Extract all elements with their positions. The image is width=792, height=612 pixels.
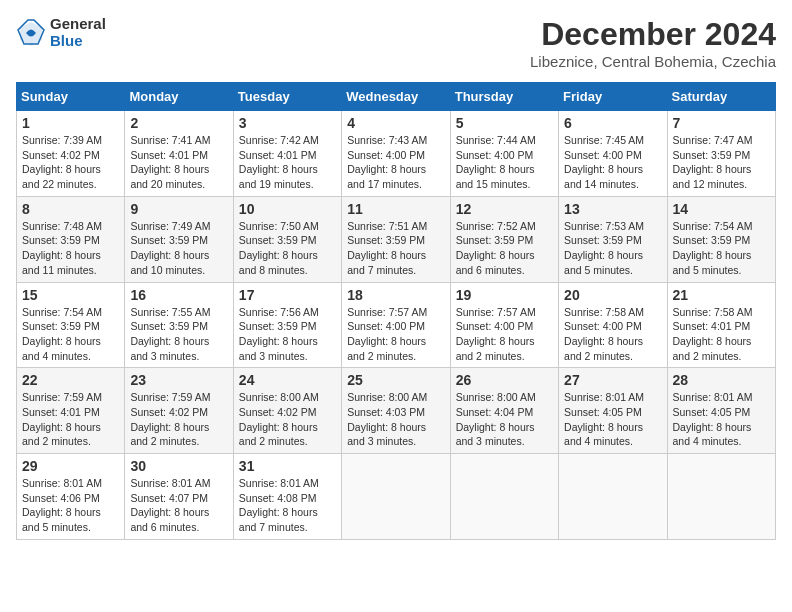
calendar-cell: 13Sunrise: 7:53 AMSunset: 3:59 PMDayligh…: [559, 196, 667, 282]
day-info: Sunrise: 8:01 AMSunset: 4:08 PMDaylight:…: [239, 476, 336, 535]
calendar-cell: [450, 454, 558, 540]
day-info: Sunrise: 7:52 AMSunset: 3:59 PMDaylight:…: [456, 219, 553, 278]
calendar-cell: 18Sunrise: 7:57 AMSunset: 4:00 PMDayligh…: [342, 282, 450, 368]
logo: General Blue: [16, 16, 106, 49]
calendar-cell: 16Sunrise: 7:55 AMSunset: 3:59 PMDayligh…: [125, 282, 233, 368]
day-info: Sunrise: 8:00 AMSunset: 4:04 PMDaylight:…: [456, 390, 553, 449]
day-number: 15: [22, 287, 119, 303]
calendar-week-row: 8Sunrise: 7:48 AMSunset: 3:59 PMDaylight…: [17, 196, 776, 282]
day-number: 12: [456, 201, 553, 217]
title-block: December 2024 Libeznice, Central Bohemia…: [530, 16, 776, 70]
logo-icon: [16, 18, 46, 48]
calendar-cell: 3Sunrise: 7:42 AMSunset: 4:01 PMDaylight…: [233, 111, 341, 197]
day-info: Sunrise: 7:51 AMSunset: 3:59 PMDaylight:…: [347, 219, 444, 278]
calendar-week-row: 22Sunrise: 7:59 AMSunset: 4:01 PMDayligh…: [17, 368, 776, 454]
calendar-week-row: 29Sunrise: 8:01 AMSunset: 4:06 PMDayligh…: [17, 454, 776, 540]
logo-text: General Blue: [50, 16, 106, 49]
day-info: Sunrise: 7:44 AMSunset: 4:00 PMDaylight:…: [456, 133, 553, 192]
day-number: 30: [130, 458, 227, 474]
location: Libeznice, Central Bohemia, Czechia: [530, 53, 776, 70]
day-number: 26: [456, 372, 553, 388]
calendar-week-row: 1Sunrise: 7:39 AMSunset: 4:02 PMDaylight…: [17, 111, 776, 197]
day-number: 7: [673, 115, 770, 131]
calendar-cell: 8Sunrise: 7:48 AMSunset: 3:59 PMDaylight…: [17, 196, 125, 282]
day-info: Sunrise: 7:42 AMSunset: 4:01 PMDaylight:…: [239, 133, 336, 192]
calendar-cell: 2Sunrise: 7:41 AMSunset: 4:01 PMDaylight…: [125, 111, 233, 197]
calendar-cell: 7Sunrise: 7:47 AMSunset: 3:59 PMDaylight…: [667, 111, 775, 197]
day-number: 6: [564, 115, 661, 131]
calendar-cell: 11Sunrise: 7:51 AMSunset: 3:59 PMDayligh…: [342, 196, 450, 282]
day-info: Sunrise: 7:50 AMSunset: 3:59 PMDaylight:…: [239, 219, 336, 278]
calendar-cell: [342, 454, 450, 540]
calendar-cell: [667, 454, 775, 540]
day-info: Sunrise: 7:59 AMSunset: 4:02 PMDaylight:…: [130, 390, 227, 449]
day-info: Sunrise: 7:39 AMSunset: 4:02 PMDaylight:…: [22, 133, 119, 192]
weekday-header: Monday: [125, 83, 233, 111]
day-info: Sunrise: 7:55 AMSunset: 3:59 PMDaylight:…: [130, 305, 227, 364]
day-number: 21: [673, 287, 770, 303]
day-number: 23: [130, 372, 227, 388]
day-number: 14: [673, 201, 770, 217]
day-info: Sunrise: 8:01 AMSunset: 4:05 PMDaylight:…: [673, 390, 770, 449]
day-number: 22: [22, 372, 119, 388]
calendar-cell: 10Sunrise: 7:50 AMSunset: 3:59 PMDayligh…: [233, 196, 341, 282]
weekday-header-row: SundayMondayTuesdayWednesdayThursdayFrid…: [17, 83, 776, 111]
day-info: Sunrise: 7:59 AMSunset: 4:01 PMDaylight:…: [22, 390, 119, 449]
weekday-header: Saturday: [667, 83, 775, 111]
day-number: 20: [564, 287, 661, 303]
day-number: 28: [673, 372, 770, 388]
day-number: 4: [347, 115, 444, 131]
calendar-cell: 21Sunrise: 7:58 AMSunset: 4:01 PMDayligh…: [667, 282, 775, 368]
day-info: Sunrise: 7:43 AMSunset: 4:00 PMDaylight:…: [347, 133, 444, 192]
calendar-cell: 30Sunrise: 8:01 AMSunset: 4:07 PMDayligh…: [125, 454, 233, 540]
day-number: 8: [22, 201, 119, 217]
day-info: Sunrise: 7:54 AMSunset: 3:59 PMDaylight:…: [673, 219, 770, 278]
day-info: Sunrise: 7:45 AMSunset: 4:00 PMDaylight:…: [564, 133, 661, 192]
day-info: Sunrise: 7:57 AMSunset: 4:00 PMDaylight:…: [347, 305, 444, 364]
calendar-cell: 12Sunrise: 7:52 AMSunset: 3:59 PMDayligh…: [450, 196, 558, 282]
calendar-cell: 26Sunrise: 8:00 AMSunset: 4:04 PMDayligh…: [450, 368, 558, 454]
day-info: Sunrise: 7:49 AMSunset: 3:59 PMDaylight:…: [130, 219, 227, 278]
day-info: Sunrise: 7:53 AMSunset: 3:59 PMDaylight:…: [564, 219, 661, 278]
day-info: Sunrise: 7:56 AMSunset: 3:59 PMDaylight:…: [239, 305, 336, 364]
calendar-cell: 17Sunrise: 7:56 AMSunset: 3:59 PMDayligh…: [233, 282, 341, 368]
day-number: 9: [130, 201, 227, 217]
day-info: Sunrise: 7:41 AMSunset: 4:01 PMDaylight:…: [130, 133, 227, 192]
day-number: 1: [22, 115, 119, 131]
weekday-header: Friday: [559, 83, 667, 111]
logo-blue: Blue: [50, 33, 106, 50]
day-info: Sunrise: 8:01 AMSunset: 4:07 PMDaylight:…: [130, 476, 227, 535]
day-number: 19: [456, 287, 553, 303]
day-number: 31: [239, 458, 336, 474]
day-number: 24: [239, 372, 336, 388]
day-info: Sunrise: 8:01 AMSunset: 4:05 PMDaylight:…: [564, 390, 661, 449]
day-info: Sunrise: 8:01 AMSunset: 4:06 PMDaylight:…: [22, 476, 119, 535]
day-info: Sunrise: 7:54 AMSunset: 3:59 PMDaylight:…: [22, 305, 119, 364]
calendar-cell: 19Sunrise: 7:57 AMSunset: 4:00 PMDayligh…: [450, 282, 558, 368]
day-number: 5: [456, 115, 553, 131]
day-number: 16: [130, 287, 227, 303]
day-number: 10: [239, 201, 336, 217]
day-number: 25: [347, 372, 444, 388]
calendar-cell: 9Sunrise: 7:49 AMSunset: 3:59 PMDaylight…: [125, 196, 233, 282]
calendar-cell: 22Sunrise: 7:59 AMSunset: 4:01 PMDayligh…: [17, 368, 125, 454]
calendar-cell: 25Sunrise: 8:00 AMSunset: 4:03 PMDayligh…: [342, 368, 450, 454]
day-info: Sunrise: 8:00 AMSunset: 4:03 PMDaylight:…: [347, 390, 444, 449]
day-info: Sunrise: 7:57 AMSunset: 4:00 PMDaylight:…: [456, 305, 553, 364]
day-number: 18: [347, 287, 444, 303]
calendar-week-row: 15Sunrise: 7:54 AMSunset: 3:59 PMDayligh…: [17, 282, 776, 368]
day-number: 27: [564, 372, 661, 388]
day-number: 11: [347, 201, 444, 217]
calendar-cell: 27Sunrise: 8:01 AMSunset: 4:05 PMDayligh…: [559, 368, 667, 454]
logo-general: General: [50, 16, 106, 33]
calendar-cell: 15Sunrise: 7:54 AMSunset: 3:59 PMDayligh…: [17, 282, 125, 368]
calendar-cell: 24Sunrise: 8:00 AMSunset: 4:02 PMDayligh…: [233, 368, 341, 454]
day-info: Sunrise: 7:48 AMSunset: 3:59 PMDaylight:…: [22, 219, 119, 278]
day-info: Sunrise: 8:00 AMSunset: 4:02 PMDaylight:…: [239, 390, 336, 449]
calendar-cell: 31Sunrise: 8:01 AMSunset: 4:08 PMDayligh…: [233, 454, 341, 540]
day-info: Sunrise: 7:58 AMSunset: 4:00 PMDaylight:…: [564, 305, 661, 364]
calendar-cell: 4Sunrise: 7:43 AMSunset: 4:00 PMDaylight…: [342, 111, 450, 197]
calendar-cell: 6Sunrise: 7:45 AMSunset: 4:00 PMDaylight…: [559, 111, 667, 197]
page-header: General Blue December 2024 Libeznice, Ce…: [16, 16, 776, 70]
calendar-cell: 29Sunrise: 8:01 AMSunset: 4:06 PMDayligh…: [17, 454, 125, 540]
